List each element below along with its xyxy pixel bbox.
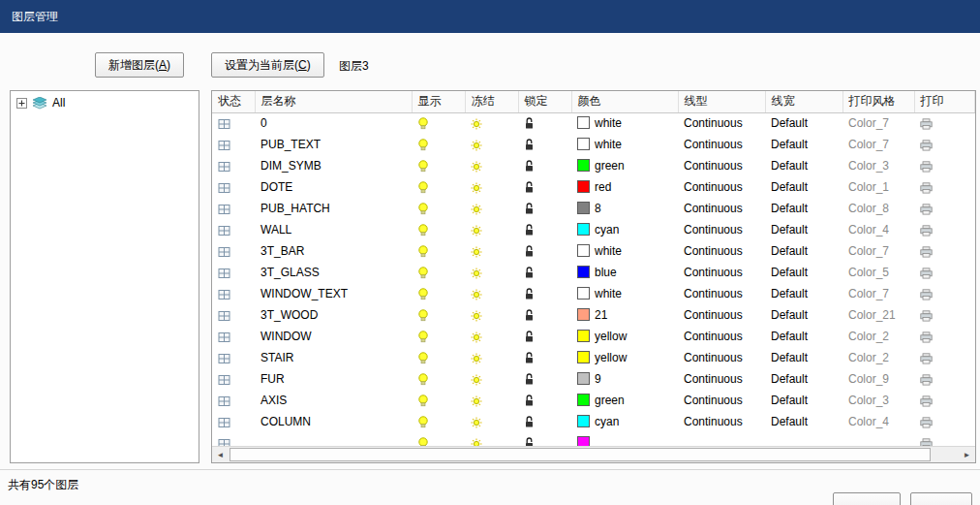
lock-cell[interactable]: [518, 262, 571, 283]
printer-icon[interactable]: [920, 223, 933, 237]
lightbulb-on-icon[interactable]: [417, 244, 429, 258]
printer-icon[interactable]: [920, 244, 933, 258]
titlebar[interactable]: 图层管理: [0, 0, 980, 33]
layer-row[interactable]: COLUMN: [212, 411, 975, 432]
lock-cell[interactable]: [518, 155, 571, 176]
lock-cell[interactable]: [518, 347, 571, 368]
unlock-icon[interactable]: [524, 436, 535, 446]
lock-cell[interactable]: [518, 432, 571, 446]
visibility-cell[interactable]: [412, 219, 465, 240]
layer-lineweight[interactable]: Default: [765, 176, 842, 198]
printer-icon[interactable]: [920, 116, 933, 130]
sun-thaw-icon[interactable]: [471, 330, 482, 343]
freeze-cell[interactable]: [465, 283, 518, 304]
plot-cell[interactable]: [914, 368, 975, 390]
printer-icon[interactable]: [920, 372, 933, 386]
new-layer-button[interactable]: 新增图层(A): [95, 52, 184, 78]
layer-plot-style[interactable]: Color_4: [842, 411, 914, 432]
layer-row[interactable]: PUB_TEXT: [212, 134, 975, 155]
sun-thaw-icon[interactable]: [471, 202, 482, 215]
printer-icon[interactable]: [920, 202, 933, 215]
layer-plot-style[interactable]: Color_2: [842, 326, 914, 347]
sun-thaw-icon[interactable]: [471, 287, 482, 300]
layer-name[interactable]: 3T_WOOD: [255, 304, 412, 326]
freeze-cell[interactable]: [465, 368, 518, 390]
plot-cell[interactable]: [914, 347, 975, 368]
layer-plot-style[interactable]: Color_4: [842, 219, 914, 240]
printer-icon[interactable]: [920, 394, 933, 407]
layer-lineweight[interactable]: Default: [765, 262, 842, 283]
sun-thaw-icon[interactable]: [471, 372, 482, 386]
plot-cell[interactable]: [914, 432, 975, 446]
visibility-cell[interactable]: [412, 134, 465, 155]
visibility-cell[interactable]: [412, 390, 465, 411]
layer-row[interactable]: [212, 432, 975, 446]
layer-plot-style[interactable]: Color_7: [842, 240, 914, 262]
layer-color-cell[interactable]: yellow: [571, 347, 678, 368]
printer-icon[interactable]: [920, 308, 933, 322]
lock-cell[interactable]: [518, 304, 571, 326]
layer-linetype[interactable]: Continuous: [678, 240, 765, 262]
scrollbar-thumb[interactable]: [230, 448, 931, 461]
printer-icon[interactable]: [920, 266, 933, 279]
color-swatch[interactable]: [577, 223, 590, 236]
layer-name[interactable]: PUB_HATCH: [255, 198, 412, 219]
lightbulb-on-icon[interactable]: [417, 372, 429, 386]
plot-cell[interactable]: [914, 176, 975, 198]
unlock-icon[interactable]: [524, 372, 535, 386]
scroll-right-arrow-icon[interactable]: ►: [959, 447, 975, 462]
layer-name[interactable]: 3T_BAR: [255, 240, 412, 262]
layer-lineweight[interactable]: Default: [765, 304, 842, 326]
freeze-cell[interactable]: [465, 326, 518, 347]
freeze-cell[interactable]: [465, 304, 518, 326]
col-header-freeze[interactable]: 冻结: [465, 91, 518, 112]
layer-row[interactable]: PUB_HATCH: [212, 198, 975, 219]
visibility-cell[interactable]: [412, 368, 465, 390]
layer-color-cell[interactable]: 8: [571, 198, 678, 219]
tree-item-all[interactable]: All: [11, 91, 199, 113]
layer-row[interactable]: WINDOW_TEXT: [212, 283, 975, 304]
layer-name[interactable]: 0: [255, 112, 412, 134]
lightbulb-on-icon[interactable]: [417, 351, 429, 364]
visibility-cell[interactable]: [412, 326, 465, 347]
layer-color-cell[interactable]: [571, 432, 678, 446]
visibility-cell[interactable]: [412, 262, 465, 283]
layer-color-cell[interactable]: green: [571, 155, 678, 176]
sun-thaw-icon[interactable]: [471, 436, 482, 446]
sun-thaw-icon[interactable]: [471, 223, 482, 237]
layer-plot-style[interactable]: Color_5: [842, 262, 914, 283]
layer-name[interactable]: WINDOW_TEXT: [255, 283, 412, 304]
sun-thaw-icon[interactable]: [471, 138, 482, 151]
freeze-cell[interactable]: [465, 198, 518, 219]
freeze-cell[interactable]: [465, 155, 518, 176]
color-swatch[interactable]: [577, 415, 590, 427]
freeze-cell[interactable]: [465, 240, 518, 262]
layer-linetype[interactable]: Continuous: [678, 368, 765, 390]
layer-linetype[interactable]: Continuous: [678, 176, 765, 198]
lock-cell[interactable]: [518, 240, 571, 262]
layer-name[interactable]: DIM_SYMB: [255, 155, 412, 176]
plot-cell[interactable]: [914, 390, 975, 411]
color-swatch[interactable]: [577, 116, 590, 129]
printer-icon[interactable]: [920, 287, 933, 300]
unlock-icon[interactable]: [524, 202, 535, 215]
lock-cell[interactable]: [518, 326, 571, 347]
visibility-cell[interactable]: [412, 432, 465, 446]
layer-color-cell[interactable]: 21: [571, 304, 678, 326]
layer-row[interactable]: FUR: [212, 368, 975, 390]
printer-icon[interactable]: [920, 138, 933, 151]
layer-name[interactable]: WINDOW: [255, 326, 412, 347]
plot-cell[interactable]: [914, 262, 975, 283]
layer-linetype[interactable]: Continuous: [678, 134, 765, 155]
col-header-linetype[interactable]: 线型: [678, 91, 765, 112]
unlock-icon[interactable]: [524, 223, 535, 237]
layer-linetype[interactable]: Continuous: [678, 219, 765, 240]
layer-linetype[interactable]: Continuous: [678, 304, 765, 326]
color-swatch[interactable]: [577, 372, 590, 385]
color-swatch[interactable]: [577, 159, 590, 172]
layer-plot-style[interactable]: Color_7: [842, 112, 914, 134]
layer-linetype[interactable]: Continuous: [678, 347, 765, 368]
lightbulb-on-icon[interactable]: [417, 436, 429, 446]
layer-plot-style[interactable]: Color_2: [842, 347, 914, 368]
layer-row[interactable]: DOTE: [212, 176, 975, 198]
